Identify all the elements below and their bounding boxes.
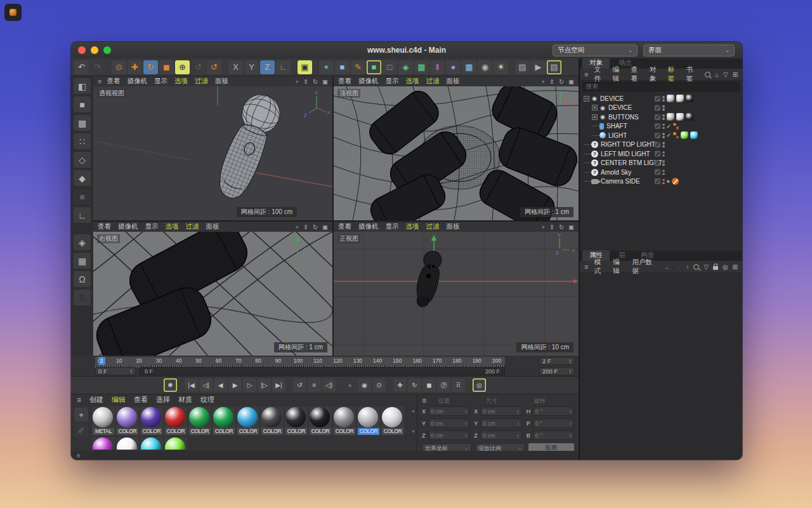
- visibility-dots[interactable]: [662, 114, 665, 120]
- viewport-menu-item[interactable]: 摄像机: [358, 222, 379, 231]
- search-icon[interactable]: [693, 264, 699, 270]
- visibility-dots[interactable]: [662, 96, 665, 102]
- material-item[interactable]: COLOR: [140, 406, 163, 435]
- add-material-button[interactable]: +: [74, 408, 88, 422]
- stepper-arrows-icon[interactable]: ▲▼: [464, 434, 467, 438]
- material-item[interactable]: COLOR: [333, 406, 356, 435]
- edit-tag-icon[interactable]: [655, 151, 660, 157]
- material-item[interactable]: COLOR: [164, 406, 187, 435]
- viewport-canvas-front[interactable]: Y Z X: [334, 232, 579, 356]
- close-button[interactable]: [78, 46, 86, 54]
- visibility-dots[interactable]: [662, 161, 665, 166]
- polygon-mode-button[interactable]: ◆: [74, 170, 91, 186]
- viewport-menu-item[interactable]: 选项: [406, 222, 419, 231]
- preview-range-bar[interactable]: 0 F 200 F: [140, 367, 505, 375]
- filter-icon[interactable]: ▽: [704, 264, 709, 271]
- material-menu-item[interactable]: 纹理: [200, 395, 214, 404]
- move-tool[interactable]: ✚: [128, 60, 142, 74]
- scroll-down-icon[interactable]: ▼: [411, 429, 416, 434]
- edit-tag-icon[interactable]: [655, 170, 660, 175]
- maximize-view-icon[interactable]: ▣: [568, 224, 574, 231]
- back-arrow-icon[interactable]: ←: [664, 264, 671, 271]
- stepper-arrows-icon[interactable]: ▲▼: [128, 369, 133, 373]
- eyedropper-icon[interactable]: ✐: [74, 424, 88, 438]
- render-view-button[interactable]: ▤: [515, 60, 530, 74]
- object-row[interactable]: LIGHT✓: [580, 131, 742, 140]
- menu-icon[interactable]: ≡: [77, 396, 81, 404]
- object-row[interactable]: ?Arnold Sky: [580, 168, 742, 177]
- dolly-view-icon[interactable]: ⇕: [303, 78, 308, 85]
- viewport-menu-item[interactable]: 查看: [107, 77, 120, 86]
- stepper-arrows-icon[interactable]: ▲▼: [566, 369, 572, 373]
- stepper-arrows-icon[interactable]: ▲▼: [464, 422, 467, 425]
- key-scale-toggle[interactable]: ◼: [422, 378, 436, 392]
- redo-button[interactable]: ↷: [90, 60, 105, 74]
- target-icon[interactable]: ◎: [723, 264, 728, 271]
- visibility-dots[interactable]: [662, 179, 665, 185]
- render-picture-viewer-button[interactable]: ▶: [531, 60, 546, 74]
- dolly-view-icon[interactable]: ⇕: [303, 224, 308, 231]
- material-item[interactable]: METAL: [92, 406, 115, 435]
- forward-arrow-icon[interactable]: →: [675, 264, 681, 271]
- viewport-menu-item[interactable]: 面板: [215, 77, 228, 86]
- viewport-menu-item[interactable]: 过滤: [186, 222, 199, 231]
- rotate-view-icon[interactable]: ↻: [313, 78, 318, 85]
- goto-end-button[interactable]: ▶|: [272, 378, 285, 392]
- phong-tag-icon[interactable]: [673, 123, 679, 130]
- volume-button[interactable]: ▦: [414, 60, 429, 74]
- viewport-menu-item[interactable]: 查看: [98, 222, 111, 231]
- material-item[interactable]: COLOR: [116, 406, 139, 435]
- sound-toggle[interactable]: ◁): [322, 378, 336, 392]
- goto-start-button[interactable]: |◀: [185, 378, 198, 392]
- menu-icon[interactable]: ≡: [584, 263, 588, 271]
- coordinate-input[interactable]: 0 cm▲▼: [480, 418, 521, 428]
- viewport-menu-item[interactable]: 显示: [154, 77, 167, 86]
- material-item[interactable]: COLOR: [237, 406, 259, 435]
- object-row[interactable]: ?CENTER BTM LIGHT: [580, 159, 742, 168]
- render-region-button[interactable]: ▣: [298, 60, 312, 74]
- coordinate-input[interactable]: 0 °▲▼: [533, 431, 574, 440]
- material-tag-icon[interactable]: [681, 131, 688, 139]
- scale-tool[interactable]: ◼: [159, 60, 174, 74]
- node-space-select[interactable]: 节点空间⌄: [553, 44, 638, 57]
- simulation-toggle[interactable]: ◎: [473, 378, 486, 392]
- material-menu-item[interactable]: 创建: [89, 395, 103, 404]
- spline-tools-button[interactable]: ‖: [430, 60, 445, 74]
- tweak-tool[interactable]: ↺: [191, 60, 206, 74]
- coordinate-input[interactable]: 0 cm▲▼: [480, 431, 521, 440]
- autokeying-button[interactable]: ⊙: [372, 378, 386, 392]
- lock-icon[interactable]: [713, 266, 718, 270]
- material-menu-item[interactable]: 查看: [134, 395, 148, 404]
- viewport-menu-item[interactable]: 面板: [206, 222, 219, 231]
- viewport-menu-item[interactable]: 摄像机: [358, 77, 379, 86]
- phong-tag-icon[interactable]: [673, 132, 679, 138]
- viewport-menu-item[interactable]: 查看: [338, 222, 351, 231]
- material-item[interactable]: COLOR: [213, 406, 235, 435]
- viewport-menu-item[interactable]: 选项: [174, 77, 188, 86]
- menu-icon[interactable]: ≡: [422, 396, 431, 405]
- tree-expander[interactable]: +: [592, 114, 598, 120]
- coordinate-system-button[interactable]: ∟: [276, 60, 291, 74]
- keyframe-track-toggle[interactable]: ≡: [308, 378, 321, 392]
- generators-button[interactable]: □: [383, 60, 397, 74]
- camera-button[interactable]: ◉: [478, 60, 492, 74]
- pan-view-icon[interactable]: +: [542, 78, 546, 85]
- material-item[interactable]: COLOR: [285, 406, 308, 435]
- visibility-dots[interactable]: [662, 170, 665, 175]
- coordinate-input[interactable]: 0 °▲▼: [533, 406, 574, 416]
- loop-toggle[interactable]: ↺: [293, 378, 306, 392]
- stepper-arrows-icon[interactable]: ▲▼: [517, 434, 520, 438]
- material-menu-item[interactable]: 选择: [156, 395, 170, 404]
- live-selection-tool[interactable]: ⊙: [112, 60, 126, 74]
- material-item[interactable]: COLOR: [188, 406, 211, 435]
- viewport-menu-item[interactable]: 面板: [447, 77, 460, 86]
- home-icon[interactable]: ⌂: [715, 71, 719, 78]
- edge-mode-button[interactable]: ◇: [74, 152, 91, 168]
- axis-mode-button[interactable]: ∟: [74, 207, 91, 223]
- om-menu-item[interactable]: 对象: [650, 65, 662, 83]
- object-row[interactable]: +◉DEVICE: [580, 104, 742, 113]
- material-item[interactable]: COLOR: [309, 406, 332, 435]
- add-panel-icon[interactable]: ⊞: [733, 264, 738, 271]
- om-menu-item[interactable]: 书签: [686, 65, 699, 83]
- rotate-tool[interactable]: ↻: [143, 60, 158, 74]
